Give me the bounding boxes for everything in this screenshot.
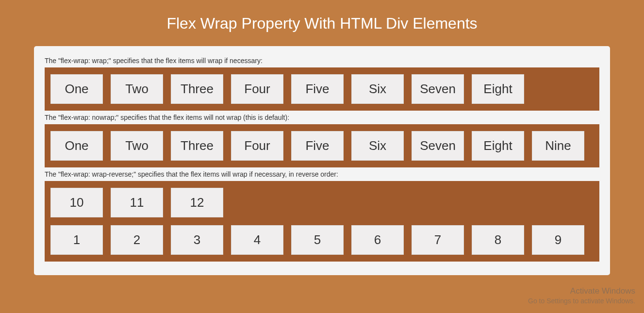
flex-item: 9 [532, 225, 584, 255]
flex-item: 2 [111, 225, 163, 255]
flex-wrap-container: One Two Three Four Five Six Seven Eight [45, 67, 599, 111]
watermark-line1: Activate Windows [528, 285, 635, 297]
flex-item: Two [111, 74, 163, 104]
flex-item: Four [231, 74, 283, 104]
flex-wrap-reverse-container: 1 2 3 4 5 6 7 8 9 10 11 12 [45, 181, 599, 262]
flex-item: Five [291, 74, 344, 104]
flex-item: 6 [351, 225, 404, 255]
flex-item: 12 [171, 188, 223, 217]
flex-item: 11 [111, 188, 163, 217]
flex-item: Six [351, 131, 404, 161]
flex-item: Three [171, 74, 223, 104]
flex-item: 10 [50, 188, 103, 217]
flex-item: Eight [472, 74, 524, 104]
flex-item: Five [291, 131, 344, 161]
flex-item: 3 [171, 225, 223, 255]
watermark-line2: Go to Settings to activate Windows. [528, 297, 635, 306]
flex-item: One [50, 131, 103, 161]
flex-item: One [50, 74, 103, 104]
flex-item: Seven [412, 131, 464, 161]
flex-item: Two [111, 131, 163, 161]
flex-item: 5 [291, 225, 344, 255]
content-panel: The "flex-wrap: wrap;" specifies that th… [34, 46, 610, 275]
flex-nowrap-container: One Two Three Four Five Six Seven Eight … [45, 124, 599, 167]
flex-item: Seven [412, 74, 464, 104]
flex-item: 4 [231, 225, 283, 255]
flex-item: Four [231, 131, 283, 161]
flex-item: Six [351, 74, 404, 104]
flex-item: 7 [412, 225, 464, 255]
flex-item: Eight [472, 131, 524, 161]
page-title: Flex Wrap Property With HTML Div Element… [34, 15, 610, 33]
windows-activation-watermark: Activate Windows Go to Settings to activ… [528, 285, 635, 306]
section2-description: The "flex-wrap: nowrap;" specifies that … [45, 114, 599, 121]
section1-description: The "flex-wrap: wrap;" specifies that th… [45, 57, 599, 65]
flex-item: Nine [532, 131, 584, 161]
flex-item: Three [171, 131, 223, 161]
section3-description: The "flex-wrap: wrap-reverse;" specifies… [45, 170, 599, 178]
flex-item: 1 [50, 225, 103, 255]
flex-item: 8 [472, 225, 524, 255]
